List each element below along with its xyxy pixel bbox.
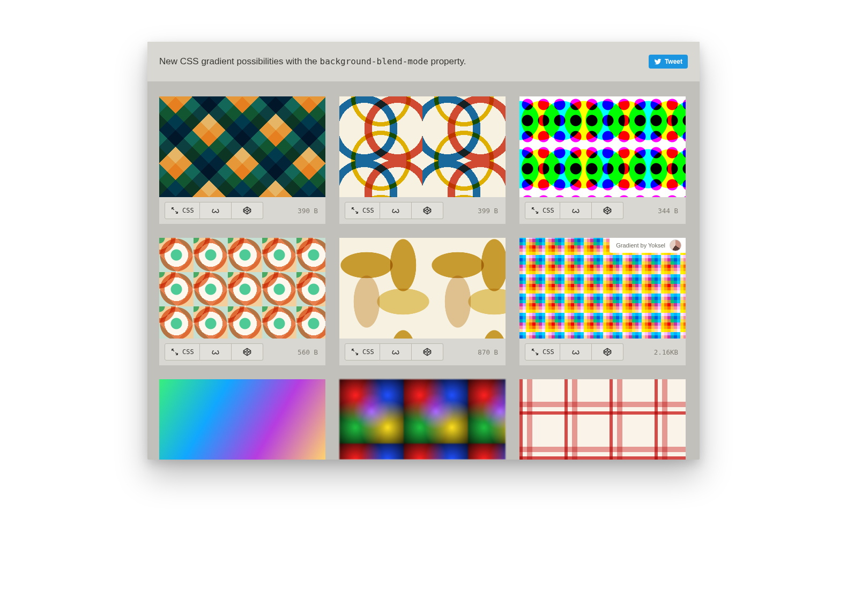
css-button[interactable]: CSS [165,343,200,360]
preview-button[interactable] [380,343,412,360]
css-button[interactable]: CSS [165,202,200,219]
preview-button[interactable] [200,202,232,219]
tweet-button[interactable]: Tweet [649,55,688,69]
codepen-button[interactable] [592,202,623,219]
gradient-preview[interactable] [339,379,506,460]
preview-button[interactable] [380,202,412,219]
gradient-preview[interactable] [159,96,325,197]
gradient-preview[interactable] [519,379,686,460]
css-button[interactable]: CSS [525,202,560,219]
file-size: 2.16KB [654,348,678,356]
codepen-icon [423,206,432,215]
file-size: 399 B [478,207,498,215]
card-toolbar: CSS 2.16KB [519,339,686,365]
title-text-suffix: property. [428,56,466,66]
gallery-window: New CSS gradient possibilities with the … [147,42,700,460]
gradient-card [159,379,325,460]
gradient-card: Gradient by Yoksel CSS 2.16KB [519,238,686,365]
preview-button[interactable] [560,202,592,219]
gradient-card: CSS 870 B [339,238,506,365]
gradient-preview[interactable] [519,96,686,197]
gradient-preview[interactable] [159,238,325,339]
codepen-icon [243,206,251,215]
codepen-button[interactable] [412,343,443,360]
gradient-preview[interactable] [339,238,506,339]
card-toolbar: CSS 560 B [159,339,325,365]
css-button[interactable]: CSS [345,202,380,219]
page-title: New CSS gradient possibilities with the … [159,56,466,67]
tweet-label: Tweet [665,58,682,65]
gradient-preview[interactable] [339,96,506,197]
credit-badge[interactable]: Gradient by Yoksel [610,238,686,253]
glasses-icon [391,348,400,356]
expand-icon [531,206,539,215]
expand-icon [351,206,359,215]
card-toolbar: CSS 390 B [159,197,325,224]
gradient-preview[interactable]: Gradient by Yoksel [519,238,686,339]
gradient-card [519,379,686,460]
credit-text: Gradient by Yoksel [616,242,665,249]
glasses-icon [571,348,580,356]
codepen-icon [423,348,432,356]
glasses-icon [211,348,220,356]
card-toolbar: CSS 870 B [339,339,506,365]
css-button[interactable]: CSS [345,343,380,360]
card-toolbar: CSS 399 B [339,197,506,224]
codepen-icon [243,348,251,356]
preview-button[interactable] [560,343,592,360]
twitter-icon [654,58,662,65]
codepen-button[interactable] [412,202,443,219]
gradient-card: CSS 399 B [339,96,506,224]
gradient-card: CSS 390 B [159,96,325,224]
file-size: 344 B [658,207,678,215]
file-size: 390 B [298,207,318,215]
header-bar: New CSS gradient possibilities with the … [147,42,700,81]
expand-icon [531,348,539,356]
preview-button[interactable] [200,343,232,360]
codepen-button[interactable] [592,343,623,360]
css-button[interactable]: CSS [525,343,560,360]
codepen-icon [603,348,612,356]
gradient-card [339,379,506,460]
card-toolbar: CSS 344 B [519,197,686,224]
avatar [670,239,681,251]
expand-icon [170,348,179,356]
file-size: 560 B [298,348,318,356]
gradient-grid: CSS 390 B CSS 399 B CSS 344 B [147,81,700,460]
file-size: 870 B [478,348,498,356]
expand-icon [351,348,359,356]
title-text-prefix: New CSS gradient possibilities with the [159,56,320,66]
glasses-icon [571,206,580,215]
title-code: background-blend-mode [320,56,428,66]
gradient-preview[interactable] [159,379,325,460]
codepen-button[interactable] [232,202,263,219]
gradient-card: CSS 344 B [519,96,686,224]
glasses-icon [211,206,220,215]
expand-icon [170,206,179,215]
gradient-card: CSS 560 B [159,238,325,365]
glasses-icon [391,206,400,215]
codepen-icon [603,206,612,215]
codepen-button[interactable] [232,343,263,360]
